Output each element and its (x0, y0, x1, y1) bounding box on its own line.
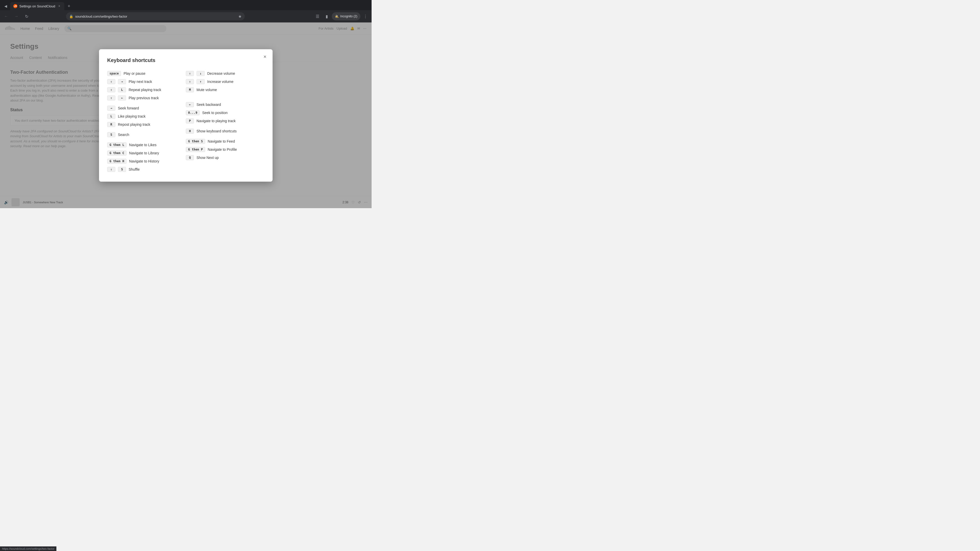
desc-search: Search (118, 133, 129, 137)
desc-nav-playing: Navigate to playing track (197, 119, 235, 123)
incognito-icon: 🕵 (335, 14, 339, 18)
soundcloud-app: Home Feed Library 🔍 For Artists Upload 🔔… (0, 22, 372, 208)
desc-nav-library: Navigate to Library (129, 151, 159, 155)
key-shift-r2: ⇧ (186, 79, 194, 84)
desc-repeat: Repeat playing track (129, 88, 161, 92)
key-arrow-right-1: → (118, 79, 126, 84)
shortcuts-grid: space Play or pause ⇧ → Play next track … (107, 69, 264, 173)
modal-title: Keyboard shortcuts (107, 57, 264, 63)
desc-nav-profile: Navigate to Profile (208, 148, 237, 151)
key-p: P (186, 118, 194, 124)
key-arrow-right-2: → (107, 106, 115, 111)
bookmark-star-icon[interactable]: ★ (238, 14, 242, 19)
keyboard-shortcuts-modal: × Keyboard shortcuts space Play or pause… (99, 49, 272, 182)
key-l-1: L (118, 87, 126, 92)
desc-play-pause: Play or pause (124, 71, 145, 76)
desc-nav-history: Navigate to History (129, 159, 159, 163)
tab-close-button[interactable]: × (57, 4, 61, 8)
shortcuts-left: space Play or pause ⇧ → Play next track … (107, 69, 186, 173)
desc-shuffle: Shuffle (129, 167, 140, 171)
shortcut-search: S Search (107, 130, 186, 139)
desc-seek-position: Seek to position (202, 111, 228, 115)
desc-next-up: Show Next up (197, 156, 219, 160)
desc-prev-track: Play previous track (129, 96, 159, 100)
shortcut-mute: M Mute volume (186, 86, 264, 94)
key-down-arrow: ↓ (197, 71, 205, 76)
key-s-1: S (107, 132, 115, 137)
desc-seek-forward: Seek forward (118, 106, 139, 110)
desc-seek-backward: Seek backward (197, 103, 221, 106)
key-arrow-left-1: ← (118, 95, 126, 100)
desc-nav-feed: Navigate to Feed (208, 139, 235, 143)
key-r: R (107, 122, 115, 127)
more-options-icon[interactable]: ⋮ (361, 12, 369, 21)
shortcut-seek-forward: → Seek forward (107, 104, 186, 112)
key-space: space (107, 71, 121, 76)
shortcut-next-track: ⇧ → Play next track (107, 78, 186, 86)
shortcut-play-pause: space Play or pause (107, 69, 186, 78)
toolbar-right: ☰ ▮ 🕵 Incognito (2) ⋮ (313, 12, 369, 21)
key-q: Q (186, 155, 194, 160)
key-g-h: G then H (107, 159, 127, 164)
key-shift-3: ⇧ (107, 95, 115, 100)
desc-decrease-vol: Decrease volume (207, 71, 235, 76)
key-shift-2: ⇧ (107, 87, 115, 92)
customize-chrome-icon[interactable]: ☰ (313, 12, 321, 21)
shortcut-nav-likes: G then L Navigate to Likes (107, 141, 186, 149)
shortcut-nav-playing: P Navigate to playing track (186, 117, 264, 125)
desc-mute: Mute volume (197, 88, 217, 92)
shortcut-shuffle: ⇧ S Shuffle (107, 165, 186, 173)
desc-increase-vol: Increase volume (207, 79, 234, 84)
key-h: H (186, 129, 194, 134)
desc-like: Like playing track (118, 114, 145, 118)
desc-next-track: Play next track (129, 79, 152, 84)
key-up-arrow: ↑ (197, 79, 205, 84)
shortcut-seek-position: 0...9 Seek to position (186, 109, 264, 117)
tab-title: Settings on SoundCloud (19, 4, 55, 8)
reload-button[interactable]: ↻ (22, 12, 30, 21)
active-tab[interactable]: Settings on SoundCloud × (10, 2, 64, 10)
key-g-s: G then S (186, 139, 205, 144)
forward-button[interactable]: → (12, 12, 21, 21)
shortcut-nav-feed: G then S Navigate to Feed (186, 137, 264, 145)
url-text: soundcloud.com/settings/two-factor (75, 14, 236, 18)
key-shift-1: ⇧ (107, 79, 115, 84)
address-bar: ← → ↻ 🔒 soundcloud.com/settings/two-fact… (0, 10, 372, 22)
shortcut-repost: R Repost playing track (107, 121, 186, 129)
shortcut-nav-profile: G then P Navigate to Profile (186, 145, 264, 154)
browser-chrome: ◀ Settings on SoundCloud × + ← → ↻ 🔒 sou… (0, 0, 372, 22)
key-m: M (186, 87, 194, 92)
shortcut-nav-history: G then H Navigate to History (107, 157, 186, 165)
shortcut-seek-backward: ← Seek backward (186, 100, 264, 109)
desc-nav-likes: Navigate to Likes (129, 143, 156, 147)
tab-bar: ◀ Settings on SoundCloud × + (0, 0, 372, 10)
shortcut-increase-volume: ⇧ ↑ Increase volume (186, 78, 264, 86)
shortcut-decrease-volume: ⇧ ↓ Decrease volume (186, 69, 264, 78)
modal-close-button[interactable]: × (261, 53, 269, 60)
desc-repost: Repost playing track (118, 122, 150, 127)
key-l-2: L (107, 114, 115, 119)
shortcut-repeat: ⇧ L Repeat playing track (107, 86, 186, 94)
shortcut-show-shortcuts: H Show keyboard shortcuts (186, 127, 264, 135)
tab-nav-prev[interactable]: ◀ (2, 3, 9, 10)
key-g-p: G then P (186, 147, 205, 152)
split-screen-icon[interactable]: ▮ (323, 12, 331, 21)
back-button[interactable]: ← (2, 12, 10, 21)
url-bar[interactable]: 🔒 soundcloud.com/settings/two-factor ★ (66, 12, 245, 21)
key-g-l: G then L (107, 142, 127, 148)
key-s-2: S (118, 167, 126, 172)
lock-icon: 🔒 (69, 14, 73, 18)
incognito-label: Incognito (2) (340, 14, 357, 18)
soundcloud-favicon (13, 4, 18, 8)
key-left-arrow-2: ← (186, 102, 194, 107)
shortcut-next-up: Q Show Next up (186, 154, 264, 162)
key-g-c: G then C (107, 151, 127, 156)
key-0-9: 0...9 (186, 110, 200, 115)
incognito-button[interactable]: 🕵 Incognito (2) (332, 12, 360, 21)
key-shift-4: ⇧ (107, 167, 115, 172)
key-shift-r1: ⇧ (186, 71, 194, 76)
shortcut-prev-track: ⇧ ← Play previous track (107, 94, 186, 102)
new-tab-button[interactable]: + (65, 3, 73, 10)
shortcut-nav-library: G then C Navigate to Library (107, 149, 186, 157)
modal-overlay[interactable]: × Keyboard shortcuts space Play or pause… (0, 22, 372, 208)
